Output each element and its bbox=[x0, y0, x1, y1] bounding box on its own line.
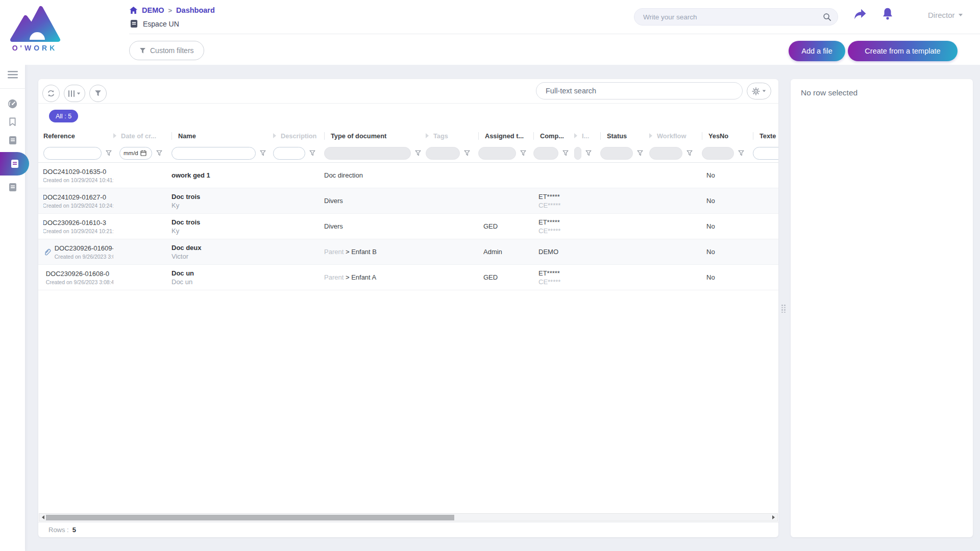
column-header-workflow[interactable]: Workflow bbox=[649, 128, 702, 143]
sidebar-item-library-2[interactable] bbox=[0, 152, 29, 176]
home-icon[interactable] bbox=[129, 6, 138, 14]
funnel-icon[interactable] bbox=[687, 150, 693, 156]
column-header-name[interactable]: Name bbox=[172, 128, 273, 143]
fulltext-search[interactable] bbox=[536, 82, 743, 99]
filter-input-disabled-yesno bbox=[702, 147, 734, 160]
table-row[interactable]: wDOC230926-01609-0Created on 9/26/2023 3… bbox=[38, 239, 778, 265]
funnel-icon[interactable] bbox=[156, 150, 162, 156]
grid-settings-button[interactable] bbox=[747, 83, 771, 99]
filter-input-name[interactable] bbox=[172, 147, 256, 160]
scroll-right-arrow-icon[interactable] bbox=[772, 515, 775, 519]
filter-input-texte[interactable] bbox=[753, 147, 778, 160]
filter-input-disabled-assigned bbox=[478, 147, 516, 160]
funnel-icon[interactable] bbox=[309, 150, 315, 156]
refresh-button[interactable] bbox=[42, 85, 60, 102]
table-row[interactable]: DOC230926-01610-3Created on 10/29/2024 1… bbox=[38, 214, 778, 239]
funnel-icon[interactable] bbox=[415, 150, 421, 156]
columns-icon bbox=[68, 90, 75, 97]
filter-text-input-description[interactable] bbox=[274, 147, 305, 159]
filter-text-input-reference[interactable] bbox=[44, 147, 101, 159]
column-separator bbox=[753, 132, 753, 140]
sidebar-item-library-1[interactable] bbox=[0, 132, 25, 149]
add-file-button[interactable]: Add a file bbox=[789, 41, 845, 61]
document-name: Doc deux bbox=[172, 244, 273, 252]
filter-text-input-name[interactable] bbox=[172, 147, 255, 159]
all-count-badge[interactable]: All : 5 bbox=[49, 110, 78, 122]
column-header-assigned[interactable]: Assigned t... bbox=[478, 128, 533, 143]
filter-cell-reference bbox=[43, 144, 113, 162]
mountain-logo-icon bbox=[8, 4, 61, 43]
document-reference: DOC241029-01627-0 bbox=[43, 193, 113, 201]
cell-type: Divers bbox=[324, 214, 426, 239]
cell-yesno: No bbox=[702, 163, 753, 188]
breadcrumb-current[interactable]: Dashboard bbox=[176, 6, 215, 14]
column-header-reference[interactable]: Reference bbox=[43, 128, 113, 143]
filter-input-disabled-i bbox=[574, 147, 581, 160]
cell-workflow bbox=[649, 239, 702, 264]
fulltext-search-input[interactable] bbox=[536, 87, 742, 95]
funnel-icon[interactable] bbox=[520, 150, 526, 156]
scroll-left-arrow-icon[interactable] bbox=[42, 515, 44, 519]
columns-button[interactable] bbox=[64, 85, 85, 102]
funnel-icon[interactable] bbox=[562, 150, 569, 156]
column-header-yesno[interactable]: YesNo bbox=[702, 128, 753, 143]
funnel-icon[interactable] bbox=[637, 150, 643, 156]
cell-name: Doc unDoc un bbox=[172, 265, 273, 290]
horizontal-scrollbar[interactable] bbox=[39, 513, 778, 521]
table-row[interactable]: DOC241029-01627-0Created on 10/29/2024 1… bbox=[38, 188, 778, 214]
bell-icon[interactable] bbox=[881, 7, 894, 22]
create-from-template-button[interactable]: Create from a template bbox=[848, 41, 958, 61]
column-separator bbox=[324, 132, 325, 140]
column-header-texte[interactable]: Texte bbox=[753, 128, 778, 143]
yesno-value: No bbox=[706, 248, 753, 256]
filter-cell-type bbox=[324, 144, 426, 162]
funnel-icon[interactable] bbox=[106, 150, 112, 156]
sidebar-item-bookmarks[interactable] bbox=[0, 113, 25, 131]
filter-input-description[interactable] bbox=[273, 147, 305, 160]
filter-input-reference[interactable] bbox=[43, 147, 102, 160]
share-icon[interactable] bbox=[853, 8, 867, 22]
funnel-icon[interactable] bbox=[260, 150, 266, 156]
calendar-icon[interactable] bbox=[140, 150, 146, 156]
column-header-status[interactable]: Status bbox=[600, 128, 649, 143]
funnel-icon[interactable] bbox=[738, 150, 744, 156]
sidebar-item-dashboard[interactable] bbox=[0, 95, 25, 112]
column-header-company[interactable]: Comp... bbox=[533, 128, 574, 143]
global-search[interactable] bbox=[634, 8, 838, 26]
filter-text-input-texte[interactable] bbox=[753, 147, 778, 159]
table-row[interactable]: DOC241029-01635-0Created on 10/29/2024 1… bbox=[38, 163, 778, 188]
breadcrumb-root[interactable]: DEMO bbox=[142, 6, 164, 14]
funnel-icon[interactable] bbox=[585, 150, 592, 156]
cell-type: Doc direction bbox=[324, 163, 426, 188]
filter-input-disabled-workflow bbox=[649, 147, 682, 160]
scrollbar-thumb[interactable] bbox=[46, 515, 454, 520]
column-separator bbox=[702, 132, 702, 140]
cell-description bbox=[273, 265, 324, 290]
column-header-i[interactable]: I... bbox=[574, 128, 600, 143]
user-menu[interactable]: Director bbox=[928, 11, 963, 19]
cell-status bbox=[600, 239, 649, 264]
filter-cell-tags bbox=[426, 144, 478, 162]
yesno-value: No bbox=[706, 273, 753, 281]
book-icon bbox=[9, 183, 17, 192]
column-header-type[interactable]: Type of document bbox=[324, 128, 426, 143]
cell-workflow bbox=[649, 188, 702, 213]
column-header-date-created[interactable]: Date of cr... bbox=[113, 128, 172, 143]
breadcrumb-separator: > bbox=[168, 7, 173, 14]
created-date: Created on 9/26/2023 3:09:45 AM bbox=[55, 254, 113, 260]
custom-filters-button[interactable]: Custom filters bbox=[129, 41, 204, 60]
filter-button[interactable] bbox=[89, 85, 107, 102]
search-icon[interactable] bbox=[823, 13, 831, 21]
sidebar-item-library-3[interactable] bbox=[0, 179, 25, 196]
column-header-tags[interactable]: Tags bbox=[426, 128, 478, 143]
app-logo[interactable]: O'WORK bbox=[8, 4, 61, 53]
sidebar-item-menu-toggle[interactable] bbox=[0, 66, 25, 83]
global-search-input[interactable] bbox=[634, 13, 823, 21]
funnel-icon[interactable] bbox=[464, 150, 470, 156]
table-row[interactable]: DOC230926-01608-0Created on 9/26/2023 3:… bbox=[38, 265, 778, 290]
cell-name: Doc deuxVictor bbox=[172, 239, 273, 264]
column-label: Name bbox=[178, 132, 196, 140]
column-header-description[interactable]: Description bbox=[273, 128, 324, 143]
panel-drag-handle[interactable] bbox=[781, 305, 786, 313]
date-filter-input[interactable]: mm/d bbox=[119, 147, 152, 160]
